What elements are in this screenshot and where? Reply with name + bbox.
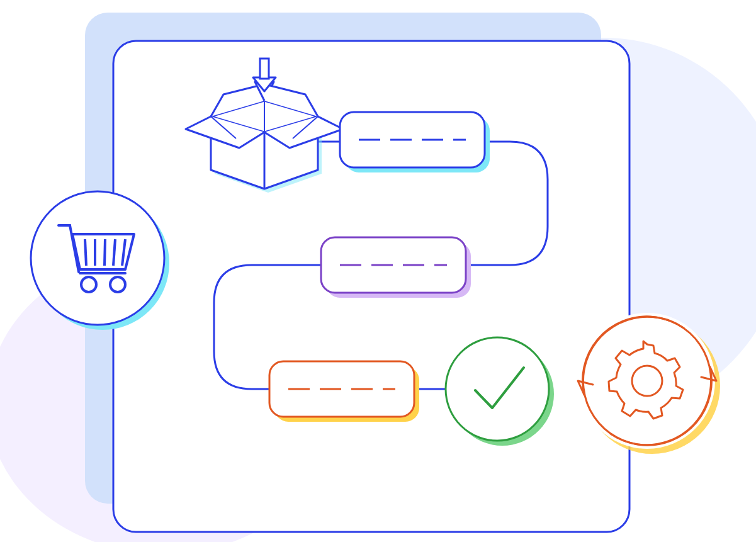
process-diagram	[0, 0, 756, 542]
svg-line-19	[85, 239, 86, 266]
svg-line-21	[104, 239, 105, 266]
svg-rect-3	[260, 59, 269, 79]
svg-point-18	[31, 191, 164, 325]
svg-point-28	[579, 313, 715, 449]
step-card-3	[269, 361, 419, 422]
step-card-1	[340, 112, 490, 172]
svg-point-16	[446, 337, 549, 441]
step-card-2	[321, 237, 471, 298]
